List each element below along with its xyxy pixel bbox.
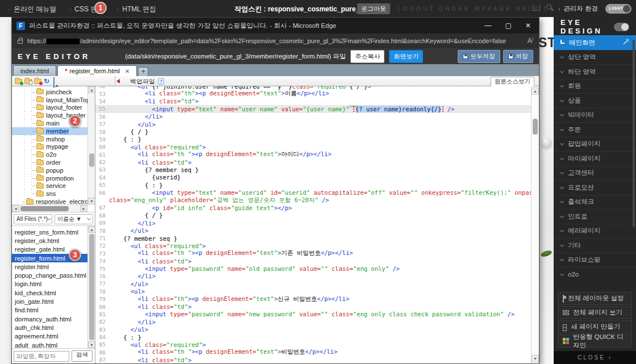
tree-folder-mypage[interactable]: –mypage [12, 143, 87, 151]
address-bar[interactable]: https:///admin/design/eye_editor?templat… [12, 34, 539, 48]
tree-folder-mshop[interactable]: –mshop [12, 135, 87, 143]
design-menu-item-팝업페이지[interactable]: 팝업페이지 [554, 137, 636, 152]
file-item-popup_change_pass-html[interactable]: popup_change_pass.html [12, 271, 87, 279]
design-menu-item-마이페이지[interactable]: 마이페이지 [554, 151, 636, 166]
selected-code[interactable]: {? user_name}readonly{/} [355, 106, 442, 112]
code-line-56[interactable]: 56</li> [95, 113, 531, 120]
design-menu-item-상단-영역[interactable]: 상단 영역 [554, 50, 636, 65]
design-menu-item-에러페이지[interactable]: 에러페이지 [554, 224, 636, 239]
tree-folder-o2o[interactable]: –o2o [12, 150, 87, 158]
design-menu-item-상품[interactable]: 상품 [554, 93, 636, 108]
scroll-up-icon[interactable]: ▲ [88, 226, 95, 233]
design-menu-item-o2o[interactable]: o2o [554, 267, 636, 282]
file-search-input[interactable] [14, 351, 69, 362]
design-menu-item-주문[interactable]: 주문 [554, 122, 636, 137]
file-item-login-html[interactable]: login.html [12, 280, 87, 288]
eye-design-toggle[interactable] [614, 23, 629, 31]
design-menu-item-프로모션[interactable]: 프로모션 [554, 180, 636, 195]
code-editor[interactable]: 52<ul {? joininfo.user_name_required == … [95, 86, 539, 363]
window-title-bar[interactable]: F 퍼스트몰 관리자환경 :: 퍼스트몰, 오직 운영자만을 생각한 가장 앞선… [12, 18, 539, 34]
code-line-59[interactable]: 59{ : } [95, 136, 531, 143]
copy-address-button[interactable]: 주소복사 [350, 50, 384, 63]
code-line-71[interactable]: 71{? member_seq } [95, 235, 531, 242]
delete-folder-icon[interactable] [34, 78, 42, 85]
logout-button[interactable]: 로그아웃 [357, 3, 390, 14]
file-item-register_ok-html[interactable]: register_ok.html [12, 236, 87, 245]
file-item-find-html[interactable]: find.html [12, 306, 87, 315]
view-source-button[interactable]: 원본소스보기 [491, 77, 534, 87]
scroll-right-icon[interactable]: ► [80, 205, 87, 212]
code-line-86[interactable]: 86<li class="th "><p designElement="text… [95, 349, 531, 356]
design-menu-item-출석체크[interactable]: 출석체크 [554, 195, 636, 210]
design-action-layout[interactable]: 전체 레이아웃 설정 [558, 292, 632, 305]
maximize-button[interactable]: ▢ [505, 22, 512, 30]
file-item-adult_auth-html[interactable]: adult_auth.html [12, 341, 87, 348]
tree-folder-member[interactable]: –member [12, 127, 87, 135]
file-item-dormancy_auth-html[interactable]: dormancy_auth.html [12, 315, 87, 323]
file-list-scrollbar[interactable]: ▲ ▼ [87, 226, 95, 348]
design-menu-item-빅데이터[interactable]: 빅데이터 [554, 108, 636, 123]
new-tab-button[interactable]: + [138, 67, 148, 76]
panel-scrollbar[interactable] [633, 40, 635, 227]
file-search-button[interactable]: 검색 [72, 350, 93, 362]
code-line-58[interactable]: 58{ / } [95, 128, 531, 135]
file-item-register_sns_form-html[interactable]: register_sns_form.html [12, 228, 87, 236]
code-line-79[interactable]: 79<li class="th"><p designElement="text"… [95, 295, 531, 303]
file-item-agreement-html[interactable]: agreement.html [12, 332, 87, 341]
tab-index-html[interactable]: index.html [13, 65, 56, 76]
editor-scrollbar[interactable]: ▲ ▼ [531, 86, 539, 363]
code-line-87[interactable]: 87<li class="td"> [95, 356, 531, 363]
save-button[interactable]: 저장 [503, 50, 533, 63]
code-line-wrap[interactable]: class="eng_only" placeholder="공백 없는 영문/숫… [95, 196, 531, 204]
code-line-60[interactable]: 60<ul class="required"> [95, 143, 531, 150]
tree-folder-order[interactable]: –order [12, 158, 87, 166]
design-action-quick-design[interactable]: 반응형 QUICK 디자인 [558, 334, 632, 348]
file-item-kid_check-html[interactable]: kid_check.html [12, 288, 87, 297]
code-line-62[interactable]: 62<li class="td"> [95, 158, 531, 166]
code-line-67[interactable]: 67<p id="id_info" class="guide_text"></p… [95, 204, 531, 211]
code-line-55[interactable]: 55<input type="text" name="user_name" va… [95, 105, 531, 112]
code-line-73[interactable]: 73<li class="th "><p designElement="text… [95, 250, 531, 257]
design-menu-item-하단-영역[interactable]: 하단 영역 [554, 64, 636, 79]
tree-folder-joincheck[interactable]: –joincheck [12, 88, 87, 96]
help-icon[interactable]: ? [158, 78, 164, 85]
code-line-68[interactable]: 68{ / } [95, 212, 531, 219]
code-line-77[interactable]: 77</ul> [95, 280, 531, 287]
collapse-panel-icon[interactable] [116, 79, 120, 83]
scroll-left-icon[interactable]: ◄ [12, 205, 19, 212]
open-folder-icon[interactable] [24, 78, 32, 85]
code-line-81[interactable]: 81<input type="password" name="new_passw… [95, 311, 531, 318]
scroll-down-icon[interactable]: ▼ [532, 355, 539, 362]
menu-online-manual[interactable]: 온라인 매뉴얼 [8, 5, 56, 14]
design-action-grid[interactable]: 전체 페이지 보기 [558, 306, 632, 319]
design-menu-item-active[interactable]: 메인화면 [554, 35, 636, 50]
tree-folder-layout_footer[interactable]: –layout_footer [12, 104, 87, 112]
code-line-54[interactable]: 54<li class="td"> [95, 98, 531, 105]
code-line-75[interactable]: 75<input type="password" name="old_passw… [95, 265, 531, 272]
design-menu-item-회원[interactable]: 회원 [554, 79, 636, 94]
code-line-85[interactable]: 85<ul class="required"> [95, 341, 531, 348]
refresh-icon[interactable]: ↻ [44, 78, 52, 85]
code-line-76[interactable]: 76</li> [95, 273, 531, 280]
design-menu-item-기타[interactable]: 기타 [554, 238, 636, 253]
scroll-down-icon[interactable]: ▼ [88, 198, 95, 204]
file-type-select[interactable]: All Files (*.*) [14, 214, 52, 224]
panel-close-button[interactable]: CLOSE › [554, 351, 636, 364]
file-item-auth_chk-html[interactable]: auth_chk.html [12, 323, 87, 332]
read-aloud-icon[interactable]: A) [528, 37, 533, 45]
scrollbar-thumb[interactable] [533, 119, 538, 135]
tree-vertical-scrollbar[interactable]: ▲ ▼ [87, 86, 95, 204]
code-line-70[interactable]: 70</ul> [95, 227, 531, 234]
code-line-78[interactable]: 78<ul> [95, 288, 531, 295]
admin-env-label[interactable]: 관리자 환경 [563, 5, 598, 13]
tree-horizontal-scrollbar[interactable]: ◄ ► [12, 204, 87, 212]
close-button[interactable]: ✕ [525, 22, 531, 30]
code-line-83[interactable]: 83</ul> [95, 326, 531, 333]
new-folder-icon[interactable] [15, 78, 23, 85]
tree-folder-responsive_electro-[interactable]: –responsive_electro... [12, 198, 87, 204]
scroll-up-icon[interactable]: ▲ [88, 86, 95, 93]
minimize-button[interactable]: — [485, 22, 492, 30]
tree-folder-service[interactable]: –service [12, 182, 87, 190]
file-item-register-html[interactable]: register.html [12, 262, 87, 271]
code-line-61[interactable]: 61<li class="th "><p designElement="text… [95, 151, 531, 158]
